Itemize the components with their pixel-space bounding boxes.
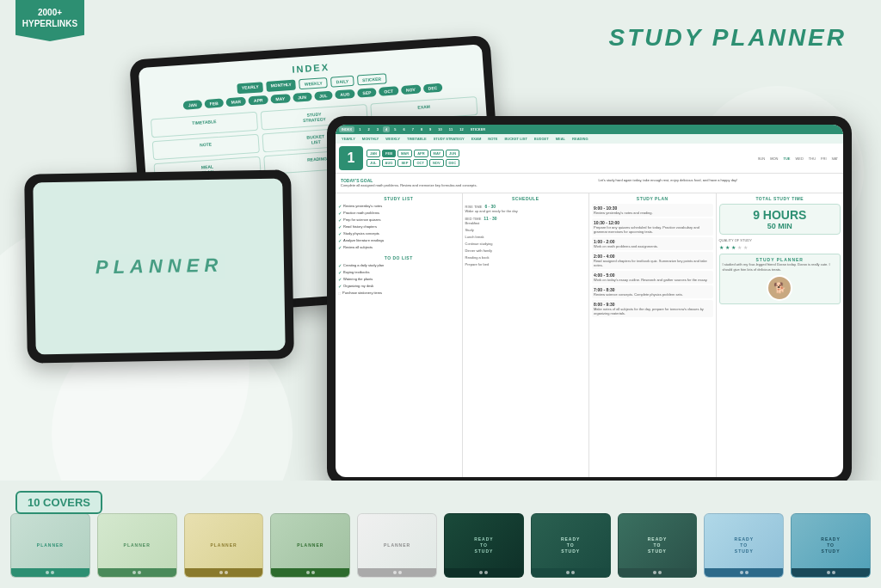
cover-text-1: PLANNER xyxy=(37,542,64,548)
planner-subbar: YEARLY MONTHLY WEEKLY TIMETABLE STUDY ST… xyxy=(336,134,843,144)
cover-dot-7 xyxy=(306,571,310,574)
nav-monthly: MONTHLY xyxy=(266,80,296,92)
month-nov-tag: NOV xyxy=(429,159,444,167)
month-sep-tag: SEP xyxy=(397,159,411,167)
todo-text-1: Creating a daily study plan xyxy=(343,263,384,268)
plan-text-5: Work on today's essay outline. Research … xyxy=(594,278,712,282)
study-plan-7: 8:00 - 9:30 Make notes of all subjects f… xyxy=(592,300,713,317)
subbar-weekly: WEEKLY xyxy=(383,136,403,142)
cover-dot-5 xyxy=(219,571,223,574)
total-hours: 9 HOURS xyxy=(724,208,837,222)
cover-dot-2 xyxy=(51,571,54,574)
cover-dot-16 xyxy=(658,571,662,574)
cover-bottom-10 xyxy=(792,568,870,577)
date-number: 1 xyxy=(339,146,363,170)
study-text-5: Study physics concepts xyxy=(343,231,379,236)
study-plan-1: 9:00 - 10:30 Review yesterday's notes an… xyxy=(592,204,713,217)
nav-yearly: YEARLY xyxy=(237,82,263,94)
check-6: ✓ xyxy=(338,238,342,243)
todo-item-5: □ Purchase stationery items xyxy=(338,291,459,296)
month-feb: FEB xyxy=(204,98,224,108)
month-jul-tag: JUL xyxy=(367,159,380,167)
study-item-1: ✓ Review yesterday's notes xyxy=(338,204,459,209)
tablet-front: INDEX 1 2 3 4 5 6 7 8 9 10 11 12 STICKER… xyxy=(327,116,852,486)
todo-item-4: ✓ Organizing my desk xyxy=(338,284,459,289)
subbar-meal: MEAL xyxy=(553,136,568,142)
schedule-col: SCHEDULE RISE TIME 6 · 30 Wake up and ge… xyxy=(463,193,590,477)
study-text-3: Prep for science quizzes xyxy=(343,217,381,223)
cover-5: PLANNER xyxy=(357,513,437,578)
month-jan-tag: JAN xyxy=(367,150,380,157)
study-list-col: STUDY LIST ✓ Review yesterday's notes ✓ … xyxy=(336,193,463,477)
cover-dot-3 xyxy=(132,571,136,574)
schedule-task-1: Wake up and get ready for the day xyxy=(465,209,587,213)
month-mar-tag: MAR xyxy=(397,150,412,157)
month-sep: SEP xyxy=(357,88,377,98)
cover-text-10: READY TO STUDY xyxy=(821,536,841,554)
todo-check-2: ✓ xyxy=(338,270,342,275)
planner-body: STUDY LIST ✓ Review yesterday's notes ✓ … xyxy=(336,193,843,477)
quality-stars: ★ ★ ★ ★ ★ xyxy=(719,244,841,250)
todo-text-3: Watering the plants xyxy=(343,277,373,282)
tablet-left: PLANNER xyxy=(24,169,294,363)
cover-dot-8 xyxy=(311,571,315,574)
todo-item-1: ✓ Creating a daily study plan xyxy=(338,263,459,268)
topbar-7: 7 xyxy=(410,126,416,132)
schedule-task-4: Lunch break xyxy=(465,235,587,239)
section-note: NOTE xyxy=(152,134,260,161)
cover-3: PLANNER xyxy=(184,513,264,578)
day-fri: FRI xyxy=(819,156,828,162)
study-text-6: Analyze literature readings xyxy=(343,238,384,243)
study-plan-col: STUDY PLAN 9:00 - 10:30 Review yesterday… xyxy=(589,193,717,477)
cover-bottom-6 xyxy=(445,568,523,577)
cover-text-5: PLANNER xyxy=(384,542,410,548)
topbar-4: 4 xyxy=(383,126,390,132)
subbar-monthly: MONTHLY xyxy=(360,136,381,142)
topbar-8: 8 xyxy=(418,126,425,132)
date-row: 1 JAN FEB MAR APR MAY JUN JUL AUG SEP xyxy=(336,144,843,174)
study-plan-title: STUDY PLAN xyxy=(592,196,713,201)
subbar-yearly: YEARLY xyxy=(339,136,358,142)
schedule-task-7: Reading a book xyxy=(465,255,587,260)
study-item-2: ✓ Practice math problems xyxy=(338,211,459,216)
topbar-10: 10 xyxy=(435,126,444,132)
cover-dot-20 xyxy=(832,571,835,574)
date-months: JAN FEB MAR APR MAY JUN JUL AUG SEP OCT … xyxy=(367,150,459,167)
plan-text-6: Review science concepts. Complete physic… xyxy=(594,292,712,297)
study-text-2: Practice math problems xyxy=(343,211,379,216)
subbar-strategy: STUDY STRATEGY xyxy=(431,136,467,142)
cover-8: READY TO STUDY xyxy=(618,513,698,578)
star-5: ★ xyxy=(743,244,748,250)
cover-dot-14 xyxy=(571,571,575,574)
month-jun: JUN xyxy=(293,92,312,102)
month-dec-tag: DEC xyxy=(446,159,459,167)
todo-text-2: Buying textbooks xyxy=(343,270,369,275)
covers-section: 10 COVERS PLANNER PLANNER PLANNER xyxy=(0,481,881,588)
schedule-item-2: BED TIME 11 · 30 Breakfast xyxy=(465,216,587,225)
cover-6: READY TO STUDY xyxy=(444,513,524,578)
plan-text-1: Review yesterday's notes and reading. xyxy=(594,211,712,215)
topbar-sticker: STICKER xyxy=(468,126,489,132)
schedule-task-6: Dinner with family xyxy=(465,248,587,253)
subbar-timetable: TIMETABLE xyxy=(404,136,429,142)
schedule-item-7: Reading a book xyxy=(465,255,587,260)
cover-text-8: READY TO STUDY xyxy=(648,536,668,554)
check-7: ✓ xyxy=(338,245,342,250)
month-apr: APR xyxy=(249,95,268,106)
subbar-note: NOTE xyxy=(485,136,500,142)
total-study-box: 9 HOURS 50 MIN xyxy=(719,204,841,235)
cover-4: PLANNER xyxy=(270,513,350,578)
month-feb-tag: FEB xyxy=(382,150,396,157)
star-3: ★ xyxy=(731,244,736,250)
plan-text-3: Work on math problems and assignments. xyxy=(594,244,712,248)
todo-check-3: ✓ xyxy=(338,277,342,282)
goal-section: TODAY'S GOAL Complete all assigned math … xyxy=(336,174,843,193)
subbar-exam: EXAM xyxy=(469,136,484,142)
date-months-row1: JAN FEB MAR APR MAY JUN xyxy=(367,150,459,157)
day-sun: SUN xyxy=(756,156,767,162)
month-mar: MAR xyxy=(225,97,246,107)
cover-dot-10 xyxy=(398,571,402,574)
subbar-budget: BUDGET xyxy=(532,136,551,142)
topbar-5: 5 xyxy=(391,126,398,132)
memo-content: I studied with my four-legged friend Gor… xyxy=(723,262,838,273)
